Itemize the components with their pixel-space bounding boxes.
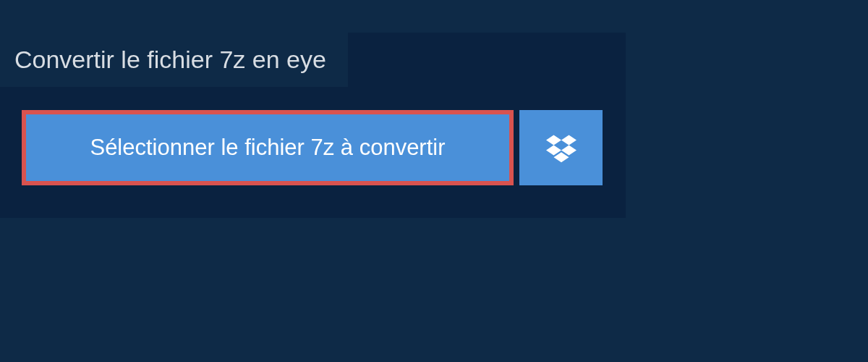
select-file-label: Sélectionner le fichier 7z à convertir <box>90 135 445 161</box>
dropbox-button[interactable] <box>519 110 603 185</box>
dropbox-icon <box>546 132 576 163</box>
button-row: Sélectionner le fichier 7z à convertir <box>0 87 626 218</box>
main-container: Convertir le fichier 7z en eye Sélection… <box>0 0 868 218</box>
page-title: Convertir le fichier 7z en eye <box>0 33 348 87</box>
converter-panel: Convertir le fichier 7z en eye Sélection… <box>0 33 626 218</box>
select-file-button[interactable]: Sélectionner le fichier 7z à convertir <box>22 110 514 185</box>
